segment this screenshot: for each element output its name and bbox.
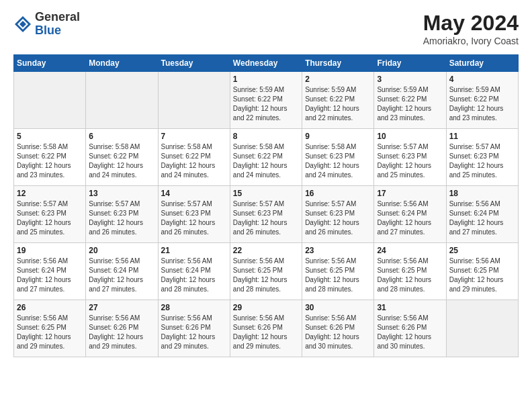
calendar-cell: 30Sunrise: 5:56 AM Sunset: 6:26 PM Dayli… <box>302 300 374 357</box>
day-number: 14 <box>161 189 227 198</box>
calendar-cell <box>86 72 158 129</box>
day-number: 18 <box>449 189 515 198</box>
day-info: Sunrise: 5:58 AM Sunset: 6:22 PM Dayligh… <box>89 142 154 180</box>
day-info: Sunrise: 5:56 AM Sunset: 6:24 PM Dayligh… <box>161 257 227 294</box>
calendar-cell: 23Sunrise: 5:56 AM Sunset: 6:25 PM Dayli… <box>302 243 374 300</box>
day-info: Sunrise: 5:58 AM Sunset: 6:22 PM Dayligh… <box>17 142 83 180</box>
day-info: Sunrise: 5:56 AM Sunset: 6:26 PM Dayligh… <box>161 314 227 351</box>
calendar-cell: 9Sunrise: 5:58 AM Sunset: 6:23 PM Daylig… <box>302 129 374 186</box>
day-number: 13 <box>89 189 154 198</box>
day-info: Sunrise: 5:56 AM Sunset: 6:25 PM Dayligh… <box>449 257 515 294</box>
calendar-cell: 4Sunrise: 5:59 AM Sunset: 6:22 PM Daylig… <box>446 72 518 129</box>
day-info: Sunrise: 5:57 AM Sunset: 6:23 PM Dayligh… <box>161 199 227 237</box>
calendar-cell: 6Sunrise: 5:58 AM Sunset: 6:22 PM Daylig… <box>86 129 158 186</box>
calendar-header-row: SundayMondayTuesdayWednesdayThursdayFrid… <box>14 55 519 72</box>
calendar-cell: 28Sunrise: 5:56 AM Sunset: 6:26 PM Dayli… <box>158 300 230 357</box>
day-number: 5 <box>17 132 83 141</box>
calendar-cell <box>158 72 230 129</box>
day-number: 24 <box>377 246 443 255</box>
calendar-week-row: 19Sunrise: 5:56 AM Sunset: 6:24 PM Dayli… <box>14 243 519 300</box>
calendar-cell: 2Sunrise: 5:59 AM Sunset: 6:22 PM Daylig… <box>302 72 374 129</box>
day-info: Sunrise: 5:57 AM Sunset: 6:23 PM Dayligh… <box>305 199 371 237</box>
calendar-cell: 19Sunrise: 5:56 AM Sunset: 6:24 PM Dayli… <box>14 243 86 300</box>
month-title: May 2024 <box>423 11 519 36</box>
day-number: 7 <box>161 132 227 141</box>
day-number: 31 <box>377 303 443 312</box>
day-info: Sunrise: 5:56 AM Sunset: 6:26 PM Dayligh… <box>305 314 371 351</box>
logo-icon <box>13 15 32 34</box>
day-header: Monday <box>86 55 158 72</box>
calendar-cell: 22Sunrise: 5:56 AM Sunset: 6:25 PM Dayli… <box>230 243 302 300</box>
location: Amoriakro, Ivory Coast <box>423 36 519 46</box>
day-number: 8 <box>233 132 299 141</box>
day-header: Saturday <box>446 55 518 72</box>
logo-blue: Blue <box>35 24 80 38</box>
day-info: Sunrise: 5:56 AM Sunset: 6:25 PM Dayligh… <box>233 257 299 294</box>
calendar-cell: 25Sunrise: 5:56 AM Sunset: 6:25 PM Dayli… <box>446 243 518 300</box>
day-number: 21 <box>161 246 227 255</box>
day-number: 12 <box>17 189 83 198</box>
day-info: Sunrise: 5:57 AM Sunset: 6:23 PM Dayligh… <box>89 199 154 237</box>
day-info: Sunrise: 5:58 AM Sunset: 6:23 PM Dayligh… <box>305 142 371 180</box>
calendar-cell: 11Sunrise: 5:57 AM Sunset: 6:23 PM Dayli… <box>446 129 518 186</box>
day-header: Wednesday <box>230 55 302 72</box>
day-info: Sunrise: 5:56 AM Sunset: 6:24 PM Dayligh… <box>377 199 443 237</box>
day-number: 22 <box>233 246 299 255</box>
day-header: Thursday <box>302 55 374 72</box>
day-number: 11 <box>449 132 515 141</box>
calendar-cell: 14Sunrise: 5:57 AM Sunset: 6:23 PM Dayli… <box>158 186 230 243</box>
day-header: Tuesday <box>158 55 230 72</box>
day-info: Sunrise: 5:56 AM Sunset: 6:24 PM Dayligh… <box>89 257 154 294</box>
day-number: 28 <box>161 303 227 312</box>
calendar-cell: 29Sunrise: 5:56 AM Sunset: 6:26 PM Dayli… <box>230 300 302 357</box>
day-info: Sunrise: 5:56 AM Sunset: 6:26 PM Dayligh… <box>89 314 154 351</box>
calendar-cell: 15Sunrise: 5:57 AM Sunset: 6:23 PM Dayli… <box>230 186 302 243</box>
calendar-cell: 8Sunrise: 5:58 AM Sunset: 6:22 PM Daylig… <box>230 129 302 186</box>
calendar-cell: 24Sunrise: 5:56 AM Sunset: 6:25 PM Dayli… <box>374 243 446 300</box>
day-number: 1 <box>233 75 299 84</box>
calendar-cell: 26Sunrise: 5:56 AM Sunset: 6:25 PM Dayli… <box>14 300 86 357</box>
day-info: Sunrise: 5:58 AM Sunset: 6:22 PM Dayligh… <box>161 142 227 180</box>
day-number: 26 <box>17 303 83 312</box>
calendar-cell: 1Sunrise: 5:59 AM Sunset: 6:22 PM Daylig… <box>230 72 302 129</box>
day-header: Sunday <box>14 55 86 72</box>
day-info: Sunrise: 5:58 AM Sunset: 6:22 PM Dayligh… <box>233 142 299 180</box>
day-number: 23 <box>305 246 371 255</box>
day-info: Sunrise: 5:59 AM Sunset: 6:22 PM Dayligh… <box>305 85 371 123</box>
calendar-cell: 21Sunrise: 5:56 AM Sunset: 6:24 PM Dayli… <box>158 243 230 300</box>
calendar-week-row: 26Sunrise: 5:56 AM Sunset: 6:25 PM Dayli… <box>14 300 519 357</box>
day-info: Sunrise: 5:59 AM Sunset: 6:22 PM Dayligh… <box>377 85 443 123</box>
day-info: Sunrise: 5:56 AM Sunset: 6:24 PM Dayligh… <box>17 257 83 294</box>
calendar-cell: 16Sunrise: 5:57 AM Sunset: 6:23 PM Dayli… <box>302 186 374 243</box>
day-number: 19 <box>17 246 83 255</box>
logo-general: General <box>35 11 80 24</box>
calendar-cell: 27Sunrise: 5:56 AM Sunset: 6:26 PM Dayli… <box>86 300 158 357</box>
calendar-cell: 10Sunrise: 5:57 AM Sunset: 6:23 PM Dayli… <box>374 129 446 186</box>
day-number: 20 <box>89 246 154 255</box>
day-number: 27 <box>89 303 154 312</box>
logo-text: General Blue <box>35 11 80 38</box>
day-number: 17 <box>377 189 443 198</box>
calendar-week-row: 12Sunrise: 5:57 AM Sunset: 6:23 PM Dayli… <box>14 186 519 243</box>
day-number: 29 <box>233 303 299 312</box>
calendar-cell: 5Sunrise: 5:58 AM Sunset: 6:22 PM Daylig… <box>14 129 86 186</box>
day-number: 25 <box>449 246 515 255</box>
day-info: Sunrise: 5:57 AM Sunset: 6:23 PM Dayligh… <box>377 142 443 180</box>
day-number: 2 <box>305 75 371 84</box>
day-info: Sunrise: 5:56 AM Sunset: 6:26 PM Dayligh… <box>233 314 299 351</box>
day-info: Sunrise: 5:59 AM Sunset: 6:22 PM Dayligh… <box>449 85 515 123</box>
calendar-cell: 7Sunrise: 5:58 AM Sunset: 6:22 PM Daylig… <box>158 129 230 186</box>
calendar-cell <box>446 300 518 357</box>
calendar-week-row: 1Sunrise: 5:59 AM Sunset: 6:22 PM Daylig… <box>14 72 519 129</box>
calendar-cell: 31Sunrise: 5:56 AM Sunset: 6:26 PM Dayli… <box>374 300 446 357</box>
calendar-cell: 20Sunrise: 5:56 AM Sunset: 6:24 PM Dayli… <box>86 243 158 300</box>
day-number: 10 <box>377 132 443 141</box>
day-header: Friday <box>374 55 446 72</box>
day-number: 30 <box>305 303 371 312</box>
title-block: May 2024 Amoriakro, Ivory Coast <box>423 11 519 46</box>
calendar-cell: 18Sunrise: 5:56 AM Sunset: 6:24 PM Dayli… <box>446 186 518 243</box>
calendar-cell: 3Sunrise: 5:59 AM Sunset: 6:22 PM Daylig… <box>374 72 446 129</box>
day-info: Sunrise: 5:59 AM Sunset: 6:22 PM Dayligh… <box>233 85 299 123</box>
calendar-cell: 17Sunrise: 5:56 AM Sunset: 6:24 PM Dayli… <box>374 186 446 243</box>
day-info: Sunrise: 5:57 AM Sunset: 6:23 PM Dayligh… <box>17 199 83 237</box>
